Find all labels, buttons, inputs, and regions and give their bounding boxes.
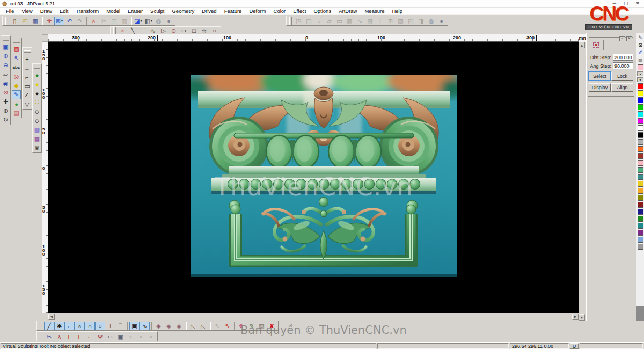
zoom-object-button[interactable]: ⊙ <box>1 88 10 97</box>
shield-light-button[interactable]: ◍ <box>153 17 164 25</box>
panel-grab-bar[interactable]: ▫ ✕ <box>589 35 633 38</box>
menu-edit[interactable]: Edit <box>56 8 72 14</box>
split-angle-button[interactable]: λ <box>54 332 64 341</box>
rectangle-button[interactable]: □ <box>189 26 199 35</box>
color-swatch-6[interactable] <box>638 125 643 131</box>
menu-eraser[interactable]: Eraser <box>124 8 147 14</box>
relief-tool-button[interactable]: ● <box>12 99 21 108</box>
pick-delete-button[interactable]: ↖ <box>222 322 232 330</box>
render-mode-dropdown-icon[interactable]: ▾ <box>151 17 152 25</box>
menu-draw[interactable]: Draw <box>36 8 56 14</box>
refresh-view-button[interactable]: ↻ <box>1 115 10 125</box>
color-swatch-9[interactable] <box>638 146 643 152</box>
circle-center-button[interactable]: ⊙ <box>169 26 179 35</box>
undo-button[interactable]: ↶ <box>64 17 75 25</box>
move-view-button[interactable]: ✚ <box>1 97 10 106</box>
star-button[interactable]: ☆ <box>199 26 209 35</box>
snap-perpendicular-button[interactable]: ⊥ <box>105 322 115 330</box>
snap-grid-button[interactable]: ▣ <box>129 322 140 330</box>
color-swatch-22[interactable] <box>638 237 643 243</box>
color-swatch-18[interactable] <box>638 209 643 215</box>
menu-effect[interactable]: Effect <box>289 8 310 14</box>
toolbar-grip[interactable] <box>289 17 292 25</box>
snap-tangent-button[interactable]: ⌒ <box>115 322 126 330</box>
align-button[interactable]: Align <box>611 83 633 92</box>
menu-feature[interactable]: Feature <box>221 8 246 14</box>
arc-button[interactable]: ⌒ <box>138 26 148 35</box>
measure-ruler-button[interactable]: ▤ <box>12 108 21 118</box>
fill-color-button[interactable]: ◪▾ <box>133 17 143 25</box>
color-swatch-14[interactable] <box>638 181 643 187</box>
snap-line-button[interactable]: ╱ <box>44 322 54 330</box>
menu-model[interactable]: Model <box>103 8 124 14</box>
dist-step-input[interactable]: 200.000 <box>613 54 633 61</box>
layer-grid-button[interactable]: ▦ <box>33 134 42 143</box>
color-swatch-11[interactable] <box>638 160 643 166</box>
scroll-up-button[interactable]: ▲ <box>579 42 585 48</box>
color-swatch-2[interactable] <box>638 97 643 103</box>
ang-step-input[interactable]: 90.000 <box>613 62 633 69</box>
color-swatch-23[interactable] <box>638 244 643 250</box>
menu-deform[interactable]: Deform <box>245 8 269 14</box>
menu-geometry[interactable]: Geometry <box>168 8 198 14</box>
light-yellow-button[interactable]: ● <box>33 79 42 89</box>
horizontal-scrollbar[interactable]: ◀ ▶ <box>48 313 579 321</box>
panel-close-button[interactable]: ✕ <box>626 36 632 41</box>
scroll-right-button[interactable]: ▶ <box>572 314 579 320</box>
scroll-left-button[interactable]: ◀ <box>48 314 55 320</box>
color-swatch-1[interactable] <box>638 90 643 96</box>
sculpt-brush-button[interactable]: ✎ <box>12 90 21 99</box>
brush-tool[interactable]: ✐ <box>637 49 643 56</box>
toolbar-grip[interactable] <box>40 322 42 330</box>
bound-box-button[interactable]: ▭ <box>23 82 32 91</box>
color-swatch-3[interactable] <box>638 104 643 110</box>
color-swatch-20[interactable] <box>638 223 643 229</box>
menu-transform[interactable]: Transform <box>72 8 103 14</box>
region-tool-button[interactable]: ▽ <box>23 100 32 109</box>
measure-distance-button[interactable]: ↔ <box>23 63 32 72</box>
palette-scroll-up[interactable]: ▲ <box>637 71 643 76</box>
polyline-steps-button[interactable]: ⌐ <box>23 72 32 82</box>
shield-dark-2-button[interactable]: ● <box>436 17 447 25</box>
view-eye-button[interactable]: ◉ <box>1 79 10 88</box>
donut-tool-button[interactable]: ◎ <box>12 72 21 81</box>
color-swatch-4[interactable] <box>638 111 643 117</box>
color-swatch-21[interactable] <box>638 230 643 236</box>
menu-file[interactable]: File <box>2 8 18 14</box>
menu-artdraw[interactable]: ArtDraw <box>335 8 361 14</box>
scroll-down-button[interactable]: ▼ <box>579 314 585 321</box>
snap-circle-button[interactable]: ○ <box>95 322 105 330</box>
palette-scroll-down[interactable]: ▼ <box>637 77 643 82</box>
snap-corner-button[interactable]: ⌐ <box>64 322 75 330</box>
zoom-window-button[interactable]: ⊕ <box>1 106 10 115</box>
circle-button[interactable]: ○ <box>209 26 219 35</box>
move-origin-button[interactable]: ✚ <box>44 17 54 25</box>
color-swatch-12[interactable] <box>638 167 643 173</box>
curve-fork-button[interactable]: Ψ <box>95 332 105 341</box>
toolbar-grip[interactable] <box>40 333 42 340</box>
select-box-dropdown-icon[interactable]: ▾ <box>61 17 63 25</box>
zoom-out-button[interactable]: ⊖ <box>1 61 10 70</box>
render-mode-button[interactable]: ◧▾ <box>143 17 153 25</box>
select-box-button[interactable]: ⊠▾ <box>54 17 64 25</box>
shield-dark-button[interactable]: ● <box>164 17 174 25</box>
line-button[interactable]: ╲ <box>128 26 138 35</box>
open-file-button[interactable]: ◰ <box>20 17 30 25</box>
ramp-edit-button[interactable]: ◺ <box>198 322 208 330</box>
vertical-scrollbar[interactable]: ▲ ▼ <box>579 42 585 321</box>
trim-tool-button[interactable]: ✂ <box>44 332 54 341</box>
marker-point-button[interactable]: × <box>118 26 128 35</box>
ellipse-edit-button[interactable]: ○ <box>105 332 115 341</box>
color-swatch-13[interactable] <box>638 174 643 180</box>
color-swatch-8[interactable] <box>638 139 643 145</box>
fill-color-dropdown-icon[interactable]: ▾ <box>141 17 142 25</box>
eraser-tool-button[interactable]: ◆ <box>12 81 21 90</box>
menu-sculpt[interactable]: Sculpt <box>147 8 168 14</box>
panel-minimize-button[interactable]: ▫ <box>619 36 625 41</box>
plane-zx-button[interactable]: ◈ <box>174 322 184 330</box>
drawing-canvas[interactable]: ThuVienCNC.vn <box>48 42 579 313</box>
angle-measure-button[interactable]: ∠ <box>23 91 32 100</box>
toolbar-grip[interactable] <box>5 17 8 25</box>
new-file-button[interactable]: ▯ <box>10 17 20 25</box>
color-swatch-5[interactable] <box>638 118 643 124</box>
